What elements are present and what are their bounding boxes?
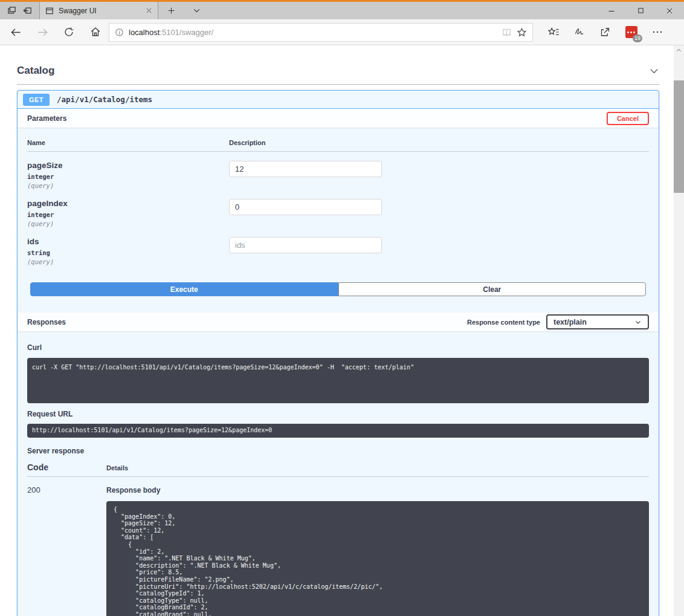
window-maximize-button[interactable]	[626, 2, 655, 19]
column-header-name: Name	[27, 139, 229, 146]
url-host: localhost	[129, 28, 160, 37]
curl-command: curl -X GET "http://localhost:5101/api/v…	[27, 358, 649, 403]
more-options-icon[interactable]	[644, 19, 670, 45]
parameters-title: Parameters	[27, 114, 66, 123]
response-table-head: Code Details	[27, 462, 649, 477]
execute-button[interactable]: Execute	[30, 282, 338, 296]
home-button[interactable]	[82, 19, 109, 45]
response-content-type-group: Response content type text/plain	[467, 314, 649, 329]
opblock-get-catalog-items: GET /api/v1/Catalog/items Parameters Can…	[17, 90, 659, 616]
add-favorite-star-icon[interactable]	[517, 27, 527, 37]
status-code: 200	[27, 485, 40, 494]
parameter-location: (query)	[27, 220, 229, 227]
response-body-label: Response body	[106, 486, 160, 494]
vertical-scrollbar[interactable]	[674, 45, 684, 616]
response-body-json: { "pageIndex": 0, "pageSize": 12, "count…	[106, 501, 649, 616]
responses-section-header: Responses Response content type text/pla…	[18, 313, 659, 331]
share-icon[interactable]	[592, 19, 618, 45]
pageindex-input[interactable]	[229, 199, 382, 215]
cancel-button[interactable]: Cancel	[607, 112, 649, 125]
tab-actions-area	[0, 2, 40, 19]
ids-input[interactable]	[229, 237, 382, 253]
tag-section-header[interactable]: Catalog	[17, 65, 659, 77]
tag-divider	[17, 84, 659, 85]
column-header-code: Code	[27, 462, 106, 472]
parameter-type: integer	[27, 211, 229, 218]
collapse-chevron-icon[interactable]	[649, 66, 659, 76]
hub-favorites-icon[interactable]	[540, 19, 566, 45]
toolbar-right-icons: 19	[540, 19, 670, 45]
clear-button[interactable]: Clear	[338, 282, 647, 296]
parameter-type: string	[27, 249, 229, 256]
parameter-name: pageSize	[27, 161, 229, 170]
response-content-type-value: text/plain	[553, 318, 587, 326]
parameter-row: pageSize integer (query)	[27, 152, 649, 190]
parameter-name: ids	[27, 237, 229, 246]
parameter-type: integer	[27, 173, 229, 180]
extension-icon[interactable]: 19	[618, 19, 644, 45]
set-tabs-aside-icon[interactable]	[23, 6, 32, 15]
pagesize-input[interactable]	[229, 161, 382, 177]
http-method-badge: GET	[23, 94, 50, 106]
tab-bar: Swagger UI	[0, 2, 684, 19]
curl-label: Curl	[27, 343, 42, 352]
browser-tab-swagger-ui[interactable]: Swagger UI	[40, 2, 158, 19]
url-path: :5101/swagger/	[160, 28, 213, 37]
window-close-button[interactable]	[655, 2, 684, 19]
tab-title: Swagger UI	[59, 7, 141, 15]
web-note-pen-icon[interactable]	[566, 19, 592, 45]
parameter-row: ids string (query)	[27, 228, 649, 266]
new-tab-button[interactable]	[158, 2, 184, 19]
parameter-name: pageIndex	[27, 199, 229, 208]
swagger-content: Catalog GET /api/v1/Catalog/items Parame…	[17, 45, 659, 616]
operation-path: /api/v1/Catalog/items	[57, 95, 152, 104]
tab-close-icon[interactable]	[146, 7, 152, 14]
request-url-label: Request URL	[27, 410, 649, 418]
browser-toolbar: localhost:5101/swagger/	[0, 19, 684, 45]
parameters-table-head: Name Description	[27, 139, 649, 152]
parameter-location: (query)	[27, 182, 229, 189]
extension-badge: 19	[633, 34, 642, 42]
response-row: 200 Response body { "pageIndex": 0, "pag…	[27, 477, 649, 616]
parameters-section-header: Parameters Cancel	[18, 109, 659, 128]
tab-list-chevron-icon[interactable]	[184, 2, 209, 19]
page-favicon-icon	[45, 7, 54, 15]
parameter-location: (query)	[27, 258, 229, 265]
responses-body: Curl curl -X GET "http://localhost:5101/…	[18, 331, 659, 616]
window-controls	[597, 2, 684, 19]
scrollbar-thumb[interactable]	[674, 80, 684, 193]
window-minimize-button[interactable]	[597, 2, 626, 19]
scrollbar-up-arrow-icon[interactable]	[674, 45, 684, 56]
operation-summary[interactable]: GET /api/v1/Catalog/items	[18, 91, 659, 109]
site-info-icon[interactable]	[115, 28, 124, 37]
back-button[interactable]	[2, 19, 29, 45]
execute-wrapper: Execute Clear	[18, 266, 659, 296]
tab-preview-icon[interactable]	[7, 6, 16, 15]
forward-button[interactable]	[29, 19, 56, 45]
server-response-label: Server response	[27, 447, 649, 455]
parameters-table: Name Description pageSize integer (query…	[18, 128, 659, 266]
reading-view-icon[interactable]	[502, 28, 512, 37]
response-content-type-label: Response content type	[467, 319, 540, 326]
address-bar[interactable]: localhost:5101/swagger/	[109, 23, 533, 42]
request-url: http://localhost:5101/api/v1/Catalog/ite…	[27, 424, 649, 438]
response-content-type-select[interactable]: text/plain	[546, 314, 649, 329]
tag-title: Catalog	[17, 65, 54, 77]
responses-title: Responses	[27, 318, 66, 326]
url-text: localhost:5101/swagger/	[129, 28, 213, 37]
column-header-details: Details	[106, 464, 649, 472]
select-chevron-icon	[634, 319, 642, 326]
parameter-row: pageIndex integer (query)	[27, 190, 649, 228]
page-viewport: Catalog GET /api/v1/Catalog/items Parame…	[0, 45, 684, 616]
column-header-description: Description	[229, 139, 649, 146]
refresh-button[interactable]	[56, 19, 82, 45]
